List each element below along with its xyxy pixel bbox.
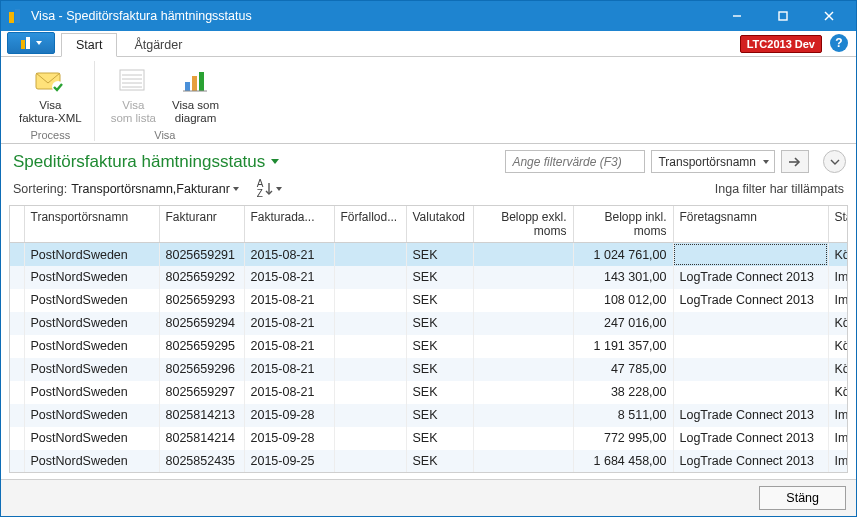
options-button[interactable]	[823, 150, 846, 173]
cell-due-date[interactable]	[334, 427, 406, 450]
cell-amount-incl[interactable]: 247 016,00	[573, 312, 673, 335]
close-page-button[interactable]: Stäng	[759, 486, 846, 510]
close-button[interactable]	[806, 1, 852, 31]
maximize-button[interactable]	[760, 1, 806, 31]
cell-amount-incl[interactable]: 38 228,00	[573, 381, 673, 404]
cell-currency[interactable]: SEK	[406, 450, 473, 473]
row-selector[interactable]	[10, 312, 24, 335]
cell-amount-excl[interactable]	[473, 381, 573, 404]
cell-invoice-date[interactable]: 2015-08-21	[244, 381, 334, 404]
col-company[interactable]: Företagsnamn	[673, 206, 828, 243]
cell-amount-excl[interactable]	[473, 450, 573, 473]
cell-invoice-date[interactable]: 2015-08-21	[244, 312, 334, 335]
cell-transporter[interactable]: PostNordSweden	[24, 266, 159, 289]
cell-invoice-date[interactable]: 2015-09-28	[244, 427, 334, 450]
cell-invoice-no[interactable]: 8025659294	[159, 312, 244, 335]
page-title-dropdown[interactable]: Speditörsfaktura hämtningsstatus	[13, 152, 279, 172]
cell-currency[interactable]: SEK	[406, 358, 473, 381]
row-selector[interactable]	[10, 381, 24, 404]
cell-due-date[interactable]	[334, 358, 406, 381]
cell-status[interactable]: Importerad	[828, 450, 848, 473]
col-currency[interactable]: Valutakod	[406, 206, 473, 243]
row-selector[interactable]	[10, 289, 24, 312]
cell-invoice-date[interactable]: 2015-08-21	[244, 266, 334, 289]
table-row[interactable]: PostNordSweden80256592922015-08-21SEK143…	[10, 266, 848, 289]
cell-status[interactable]: Köad	[828, 381, 848, 404]
cell-company[interactable]	[673, 312, 828, 335]
quick-access-toolbar[interactable]	[7, 32, 55, 54]
cell-transporter[interactable]: PostNordSweden	[24, 243, 159, 266]
col-invoice-date[interactable]: Fakturada...	[244, 206, 334, 243]
cell-due-date[interactable]	[334, 266, 406, 289]
cell-amount-excl[interactable]	[473, 404, 573, 427]
cell-company[interactable]: LogTrade Connect 2013	[673, 450, 828, 473]
row-selector-header[interactable]	[10, 206, 24, 243]
cell-amount-incl[interactable]: 1 024 761,00	[573, 243, 673, 266]
cell-invoice-date[interactable]: 2015-08-21	[244, 289, 334, 312]
table-row[interactable]: PostNordSweden80256592952015-08-21SEK1 1…	[10, 335, 848, 358]
cell-transporter[interactable]: PostNordSweden	[24, 289, 159, 312]
cell-status[interactable]: Importerad	[828, 427, 848, 450]
cell-amount-excl[interactable]	[473, 289, 573, 312]
cell-due-date[interactable]	[334, 289, 406, 312]
row-selector[interactable]	[10, 243, 24, 266]
apply-filter-button[interactable]	[781, 150, 809, 173]
table-row[interactable]: PostNordSweden80256592942015-08-21SEK247…	[10, 312, 848, 335]
cell-invoice-date[interactable]: 2015-08-21	[244, 335, 334, 358]
cell-currency[interactable]: SEK	[406, 312, 473, 335]
cell-invoice-date[interactable]: 2015-09-25	[244, 450, 334, 473]
cell-currency[interactable]: SEK	[406, 289, 473, 312]
table-row[interactable]: PostNordSweden80256592962015-08-21SEK47 …	[10, 358, 848, 381]
cell-transporter[interactable]: PostNordSweden	[24, 381, 159, 404]
cell-status[interactable]: Köad	[828, 243, 848, 266]
cell-status[interactable]: Köad	[828, 335, 848, 358]
table-row[interactable]: PostNordSweden80256592972015-08-21SEK38 …	[10, 381, 848, 404]
cell-currency[interactable]: SEK	[406, 243, 473, 266]
cell-invoice-date[interactable]: 2015-08-21	[244, 358, 334, 381]
cell-transporter[interactable]: PostNordSweden	[24, 358, 159, 381]
table-row[interactable]: PostNordSweden80258524352015-09-25SEK1 6…	[10, 450, 848, 473]
cell-amount-incl[interactable]: 47 785,00	[573, 358, 673, 381]
filter-value-input[interactable]	[505, 150, 645, 173]
cell-status[interactable]: Importerad	[828, 289, 848, 312]
col-amount-incl[interactable]: Belopp inkl. moms	[573, 206, 673, 243]
cell-invoice-no[interactable]: 8025659293	[159, 289, 244, 312]
cell-due-date[interactable]	[334, 335, 406, 358]
cell-company[interactable]: LogTrade Connect 2013	[673, 266, 828, 289]
cell-amount-excl[interactable]	[473, 243, 573, 266]
table-row[interactable]: PostNordSweden80258142132015-09-28SEK8 5…	[10, 404, 848, 427]
col-due-date[interactable]: Förfallod...	[334, 206, 406, 243]
cell-company[interactable]	[673, 358, 828, 381]
show-invoice-xml-button[interactable]: Visa faktura-XML	[13, 61, 88, 127]
col-invoice-no[interactable]: Fakturanr	[159, 206, 244, 243]
row-selector[interactable]	[10, 404, 24, 427]
cell-amount-incl[interactable]: 108 012,00	[573, 289, 673, 312]
sort-field-dropdown[interactable]: Transportörsnamn,Fakturanr	[71, 182, 239, 196]
cell-currency[interactable]: SEK	[406, 404, 473, 427]
table-row[interactable]: PostNordSweden80258142142015-09-28SEK772…	[10, 427, 848, 450]
cell-currency[interactable]: SEK	[406, 427, 473, 450]
cell-transporter[interactable]: PostNordSweden	[24, 404, 159, 427]
cell-due-date[interactable]	[334, 243, 406, 266]
cell-amount-incl[interactable]: 1 684 458,00	[573, 450, 673, 473]
sort-order-button[interactable]: AZ	[257, 179, 282, 199]
cell-status[interactable]: Köad	[828, 358, 848, 381]
cell-transporter[interactable]: PostNordSweden	[24, 427, 159, 450]
cell-invoice-no[interactable]: 8025814213	[159, 404, 244, 427]
cell-invoice-no[interactable]: 8025659297	[159, 381, 244, 404]
cell-amount-incl[interactable]: 1 191 357,00	[573, 335, 673, 358]
cell-invoice-no[interactable]: 8025659291	[159, 243, 244, 266]
cell-company[interactable]: LogTrade Connect 2013	[673, 404, 828, 427]
tab-actions[interactable]: Åtgärder	[119, 33, 197, 56]
cell-due-date[interactable]	[334, 450, 406, 473]
cell-invoice-no[interactable]: 8025814214	[159, 427, 244, 450]
cell-amount-excl[interactable]	[473, 335, 573, 358]
cell-amount-incl[interactable]: 8 511,00	[573, 404, 673, 427]
cell-invoice-no[interactable]: 8025852435	[159, 450, 244, 473]
cell-amount-excl[interactable]	[473, 358, 573, 381]
cell-status[interactable]: Importerad	[828, 266, 848, 289]
cell-amount-excl[interactable]	[473, 427, 573, 450]
row-selector[interactable]	[10, 266, 24, 289]
row-selector[interactable]	[10, 427, 24, 450]
cell-status[interactable]: Köad	[828, 312, 848, 335]
